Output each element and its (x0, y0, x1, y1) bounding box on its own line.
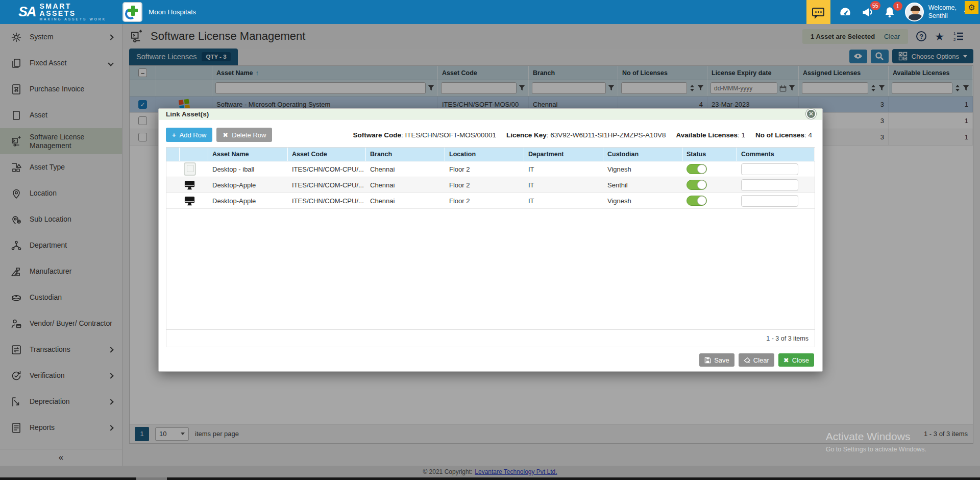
comment-input[interactable] (741, 195, 798, 207)
col-status: Status (682, 148, 737, 161)
notifications-bell-icon[interactable]: 1 (883, 6, 896, 19)
add-row-button[interactable]: +Add Row (166, 128, 212, 142)
imac-desktop-icon (184, 179, 195, 191)
comment-input[interactable] (741, 179, 798, 191)
imac-desktop-icon (184, 195, 195, 207)
eraser-icon (744, 357, 750, 364)
col-asset-name: Asset Name (208, 148, 288, 161)
save-floppy-icon (704, 357, 711, 364)
col-comments: Comments (737, 148, 815, 161)
tablet-device-icon (184, 162, 196, 176)
user-avatar[interactable] (905, 3, 924, 21)
col-location: Location (445, 148, 524, 161)
modal-items-info: 1 - 3 of 3 items (166, 329, 815, 347)
link-assets-modal: Link Asset(s) ✕ +Add Row ✖Delete Row Sof… (158, 108, 823, 372)
modal-title: Link Asset(s) (166, 110, 209, 118)
company-block: Moon Hospitals (122, 2, 196, 22)
license-info: Software Code: ITES/CHN/SOFT-MOS/00001 L… (353, 131, 815, 139)
chat-icon[interactable] (806, 0, 830, 24)
x-icon: ✖ (223, 131, 228, 139)
modal-close-icon[interactable]: ✕ (806, 109, 816, 119)
comment-input[interactable] (741, 163, 798, 175)
delete-row-button[interactable]: ✖Delete Row (216, 128, 272, 142)
col-department: Department (524, 148, 603, 161)
brand-logo: SA SMART ASSETS MAKING ASSETS WORK (0, 3, 122, 21)
col-asset-code: Asset Code (288, 148, 366, 161)
modal-table-header: Asset Name Asset Code Branch Location De… (166, 148, 815, 161)
clear-button[interactable]: Clear (739, 353, 774, 367)
modal-header: Link Asset(s) ✕ (159, 109, 822, 119)
status-toggle-on[interactable] (687, 196, 707, 206)
announcements-badge: 55 (870, 1, 880, 10)
status-toggle-on[interactable] (687, 164, 707, 174)
topbar: SA SMART ASSETS MAKING ASSETS WORK Moon … (0, 0, 980, 24)
x-icon: ✖ (783, 356, 789, 364)
notifications-badge: 1 (893, 2, 902, 11)
status-toggle-on[interactable] (687, 180, 707, 190)
close-button[interactable]: ✖ Close (778, 353, 814, 367)
company-logo-icon (122, 2, 142, 22)
settings-gear-button[interactable]: ⚙ (965, 1, 978, 14)
modal-actions: Save Clear ✖ Close (166, 347, 815, 368)
announcements-icon[interactable]: 55 (861, 5, 874, 19)
table-row[interactable]: Desktop-Apple ITES/CHN/COM-CPU/... Chenn… (166, 193, 815, 209)
modal-toolbar: +Add Row ✖Delete Row Software Code: ITES… (166, 125, 815, 147)
dashboard-gauge-icon[interactable] (839, 6, 852, 19)
taskbar-sliver (0, 477, 980, 480)
col-custodian: Custodian (603, 148, 682, 161)
brand-line2: ASSETS (40, 10, 107, 17)
linked-assets-table: Asset Name Asset Code Branch Location De… (166, 147, 815, 347)
brand-tagline: MAKING ASSETS WORK (40, 18, 107, 21)
table-row[interactable]: Desktop - iball ITES/CHN/COM-CPU/... Che… (166, 161, 815, 177)
save-button[interactable]: Save (699, 353, 734, 367)
col-branch: Branch (366, 148, 445, 161)
company-name: Moon Hospitals (149, 8, 196, 16)
brand-monogram: SA (18, 4, 36, 20)
app-screen: SA SMART ASSETS MAKING ASSETS WORK Moon … (0, 0, 980, 480)
table-row[interactable]: Desktop-Apple ITES/CHN/COM-CPU/... Chenn… (166, 177, 815, 193)
welcome-text: Welcome, Senthil (928, 4, 957, 20)
brand-line1: SMART (40, 3, 107, 10)
